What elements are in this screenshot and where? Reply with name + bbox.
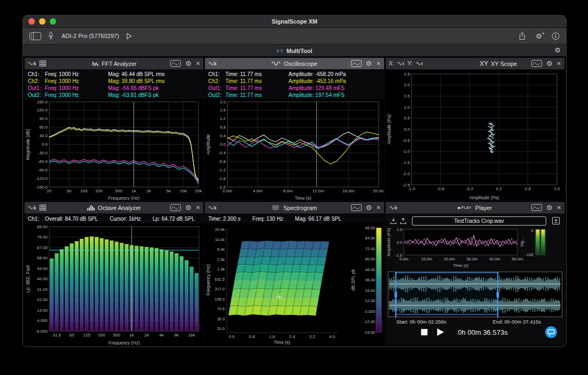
- spectrogram-chart[interactable]: 20.0k10.0k5.0k2.5k1.3k632.5317.0158.979.…: [205, 223, 384, 345]
- chart-style-button[interactable]: [531, 60, 542, 67]
- svg-text:-1.2: -1.2: [219, 168, 226, 172]
- player-panel-header[interactable]: ▶PLAY Player ⚙ ✕: [386, 202, 564, 214]
- close-icon[interactable]: ✕: [376, 205, 380, 211]
- player-panel-title: ▶PLAY Player: [458, 205, 492, 211]
- gear-icon[interactable]: ⚙: [546, 204, 553, 211]
- player-body: TestTracks Crop.wav 1.00.0-1.00.0m10.0m2…: [386, 214, 564, 345]
- close-icon[interactable]: ✕: [557, 205, 561, 211]
- gear-icon[interactable]: ⚙: [366, 204, 372, 211]
- gear-icon[interactable]: ⚙: [185, 204, 192, 211]
- svg-text:10.0m: 10.0m: [421, 257, 432, 261]
- svg-text:0.0: 0.0: [229, 334, 235, 339]
- player-panel: ▶PLAY Player ⚙ ✕: [386, 202, 564, 345]
- gear-icon[interactable]: ⚙: [546, 60, 553, 67]
- share-icon[interactable]: [518, 32, 526, 40]
- save-to-disk-icon[interactable]: [390, 218, 397, 224]
- svg-text:1.3k: 1.3k: [217, 267, 225, 272]
- fft-readout-row: Out2:Freq: 1000 HzMag: -63.81 dBFS pk: [28, 92, 200, 99]
- settings-gear-icon[interactable]: ⚙ ✦: [536, 33, 542, 40]
- svg-text:-1.6: -1.6: [219, 176, 226, 181]
- file-import-icon[interactable]: [552, 216, 560, 225]
- gear-icon[interactable]: ⚙: [366, 60, 372, 67]
- y-signal-icon[interactable]: [416, 61, 423, 66]
- svg-text:Frequency (Hz): Frequency (Hz): [108, 196, 140, 200]
- svg-text:Time (s): Time (s): [295, 196, 311, 200]
- svg-text:dB SPL pk: dB SPL pk: [350, 269, 356, 291]
- xy-scope-panel: X: Y: XY XY Scope: [386, 58, 564, 200]
- xy-chart[interactable]: 2.52.01.51.00.50.0-0.5-1.0-1.5-2.0-2.5-1…: [386, 70, 564, 200]
- fft-spectrum-icon: [91, 61, 99, 66]
- svg-text:20.0m: 20.0m: [444, 257, 455, 261]
- svg-text:84.00: 84.00: [365, 236, 376, 241]
- info-icon[interactable]: [552, 32, 560, 40]
- svg-text:72.00: 72.00: [365, 246, 376, 251]
- desktop: SignalScope XM ADI-2 Pro (57760297) ⚙ ✦: [0, 0, 588, 375]
- minimize-window-button[interactable]: [39, 18, 45, 25]
- svg-text:158.9: 158.9: [215, 297, 225, 302]
- chart-style-button[interactable]: [170, 204, 181, 211]
- x-channel-label: X:: [389, 61, 394, 66]
- svg-text:-1.0: -1.0: [402, 149, 410, 154]
- svg-text:67.00: 67.00: [37, 245, 48, 250]
- gear-icon[interactable]: ⚙: [185, 60, 192, 67]
- oscilloscope-panel: Oscilloscope ⚙ ✕ Ch1:Time: 11.77 msAmpli…: [205, 58, 384, 200]
- close-window-button[interactable]: [28, 18, 35, 25]
- octave-chart[interactable]: 85.0076.0067.0058.0049.0040.0031.0022.00…: [25, 223, 203, 345]
- close-icon[interactable]: ✕: [196, 205, 200, 211]
- sidebar-toggle-icon[interactable]: [29, 32, 41, 40]
- stop-button[interactable]: [421, 329, 427, 335]
- input-signal-icon[interactable]: [208, 205, 217, 211]
- oscilloscope-chart[interactable]: 2.01.61.20.80.40.0-0.4-0.8-1.2-1.6-2.00.…: [205, 99, 384, 200]
- fft-panel-header[interactable]: FFT Analyzer ⚙ ✕: [25, 58, 203, 70]
- xy-icon: XY: [479, 60, 488, 68]
- channel-grid-icon[interactable]: [40, 61, 46, 66]
- close-icon[interactable]: ✕: [376, 61, 380, 66]
- channel-grid-icon[interactable]: [40, 205, 46, 211]
- svg-text:500: 500: [115, 189, 123, 193]
- svg-text:2.5: 2.5: [404, 72, 410, 77]
- input-signal-icon[interactable]: [208, 61, 217, 66]
- svg-text:0.000: 0.000: [365, 309, 376, 314]
- zoom-window-button[interactable]: [50, 18, 56, 25]
- feedback-chat-icon[interactable]: [545, 326, 557, 338]
- chart-style-button[interactable]: [351, 204, 362, 211]
- svg-text:31.5: 31.5: [52, 333, 61, 338]
- spectrogram-panel-header[interactable]: Spectrogram ⚙ ✕: [205, 202, 384, 214]
- svg-text:58.00: 58.00: [37, 256, 48, 260]
- play-button[interactable]: [437, 328, 444, 336]
- octave-panel-header[interactable]: Octave Analyzer ⚙ ✕: [25, 202, 203, 214]
- svg-text:1.6: 1.6: [220, 108, 226, 112]
- svg-text:125: 125: [83, 333, 90, 338]
- chart-style-button[interactable]: [170, 60, 181, 67]
- titlebar[interactable]: SignalScope XM: [23, 16, 566, 28]
- xy-panel-header[interactable]: X: Y: XY XY Scope: [386, 58, 564, 70]
- svg-text:-5.000: -5.000: [35, 329, 48, 334]
- selection-end-label: End: 0h 00m 37.415s: [493, 319, 541, 325]
- close-icon[interactable]: ✕: [557, 61, 561, 66]
- input-signal-icon[interactable]: [389, 205, 398, 211]
- input-signal-icon[interactable]: [28, 61, 36, 66]
- microphone-icon[interactable]: [48, 32, 54, 40]
- chart-style-button[interactable]: [351, 60, 362, 67]
- svg-text:10k: 10k: [180, 189, 188, 193]
- svg-text:22.00: 22.00: [37, 297, 48, 302]
- svg-text:2.0: 2.0: [220, 100, 226, 104]
- device-selector[interactable]: ADI-2 Pro (57760297): [62, 33, 119, 39]
- close-icon[interactable]: ✕: [196, 61, 200, 66]
- chart-style-button[interactable]: [531, 204, 542, 211]
- audio-file-name[interactable]: TestTracks Crop.wav: [412, 216, 546, 226]
- svg-text:-60.0: -60.0: [38, 159, 48, 164]
- x-signal-icon[interactable]: [397, 61, 404, 66]
- fft-chart[interactable]: 150.0120.090.060.030.00.0-30.0-60.0-90.0…: [25, 99, 203, 200]
- svg-text:20.0: 20.0: [217, 326, 225, 331]
- octave-bars-icon: [87, 205, 95, 211]
- multitool-gear-icon[interactable]: ⚙: [554, 47, 561, 54]
- svg-text:632.5: 632.5: [215, 277, 225, 282]
- load-from-disk-icon[interactable]: [400, 218, 407, 224]
- player-waveform[interactable]: [386, 271, 564, 318]
- player-overview-chart[interactable]: 1.00.0-1.00.0m10.0m20.0m30.0m40.0m50.0mT…: [386, 226, 564, 271]
- start-capture-button[interactable]: [126, 33, 132, 40]
- input-signal-icon[interactable]: [28, 205, 36, 211]
- oscilloscope-panel-header[interactable]: Oscilloscope ⚙ ✕: [205, 58, 384, 70]
- y-channel-label: Y:: [408, 61, 413, 66]
